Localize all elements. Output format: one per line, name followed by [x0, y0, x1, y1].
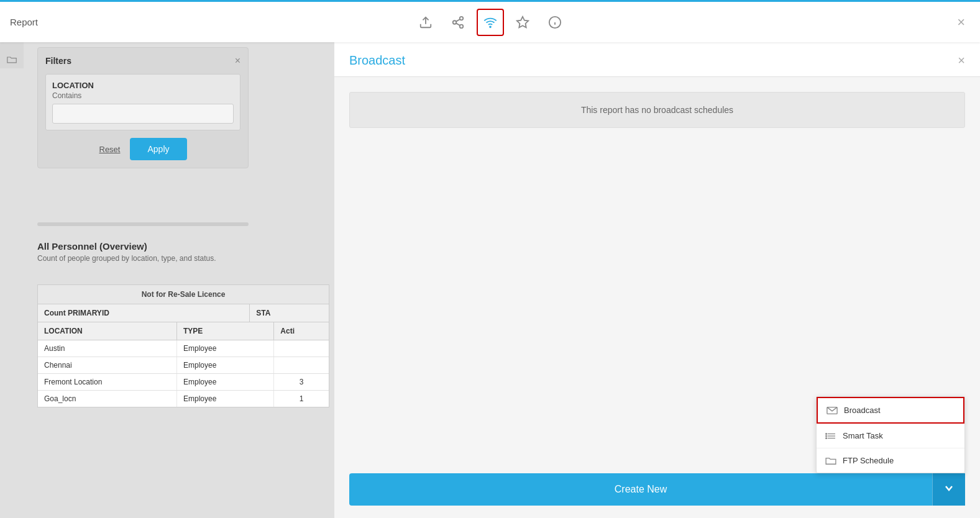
- toolbar-icons: [412, 9, 569, 36]
- broadcast-panel: Broadcast × This report has no broadcast…: [334, 42, 980, 518]
- broadcast-empty-message: This report has no broadcast schedules: [349, 92, 965, 128]
- td-sta: [274, 340, 329, 357]
- folder-icon-btn[interactable]: [2, 51, 21, 68]
- folder-schedule-icon: [825, 457, 836, 465]
- svg-marker-7: [516, 16, 528, 27]
- dropdown-ftp-label: FTP Schedule: [843, 456, 894, 465]
- create-new-dropdown: Broadcast Smart Task: [816, 396, 965, 473]
- td-type: Employee: [177, 391, 274, 407]
- td-sta: 3: [274, 374, 329, 390]
- svg-line-5: [456, 19, 459, 21]
- report-title: Report: [10, 17, 38, 27]
- location-filter-input[interactable]: [52, 104, 234, 124]
- reset-button[interactable]: Reset: [99, 145, 121, 154]
- left-panel: Filters × LOCATION Contains Reset Apply …: [0, 42, 334, 518]
- filter-panel: Filters × LOCATION Contains Reset Apply: [37, 47, 249, 168]
- broadcast-button[interactable]: [477, 9, 504, 36]
- td-type: Employee: [177, 357, 274, 373]
- dropdown-item-broadcast[interactable]: Broadcast: [817, 397, 964, 424]
- col-header-primaryid: Count PRIMARYID: [38, 304, 250, 322]
- td-type: Employee: [177, 374, 274, 390]
- list-icon: [825, 432, 836, 440]
- svg-point-1: [459, 16, 463, 20]
- table-row: Austin Employee: [38, 340, 329, 357]
- filter-title: Filters: [45, 56, 71, 66]
- location-filter-section: LOCATION Contains: [45, 74, 240, 130]
- create-new-chevron-icon[interactable]: [932, 473, 965, 506]
- td-location: Chennai: [38, 357, 177, 373]
- td-location: Austin: [38, 340, 177, 357]
- top-bar: Report: [0, 0, 980, 42]
- col-header-acti: Acti: [274, 322, 329, 340]
- report-description: Count of people grouped by location, typ…: [37, 254, 249, 263]
- sidebar-strip: [0, 42, 24, 68]
- create-new-bar[interactable]: Create New: [349, 473, 965, 506]
- td-sta: [274, 357, 329, 373]
- apply-button[interactable]: Apply: [130, 138, 186, 160]
- top-close-button[interactable]: ×: [952, 9, 970, 35]
- report-name: All Personnel (Overview): [37, 241, 249, 252]
- info-button[interactable]: [541, 9, 569, 36]
- svg-point-16: [826, 435, 827, 437]
- svg-point-15: [826, 433, 827, 434]
- broadcast-bottom-area: Broadcast Smart Task: [334, 461, 980, 518]
- table-main-col-headers: Count PRIMARYID STA: [38, 304, 329, 322]
- filter-condition-label: Contains: [52, 91, 234, 100]
- main-layout: Filters × LOCATION Contains Reset Apply …: [0, 42, 980, 518]
- col-header-sta: STA: [250, 304, 329, 322]
- filter-close-button[interactable]: ×: [235, 55, 240, 66]
- table-row: Fremont Location Employee 3: [38, 374, 329, 391]
- table-sub-col-headers: LOCATION TYPE Acti: [38, 322, 329, 340]
- report-table: Not for Re-Sale Licence Count PRIMARYID …: [37, 284, 329, 407]
- broadcast-panel-title: Broadcast: [349, 53, 405, 68]
- td-type: Employee: [177, 340, 274, 357]
- svg-line-4: [456, 23, 459, 25]
- envelope-icon: [827, 406, 838, 415]
- col-header-type: TYPE: [177, 322, 274, 340]
- upload-button[interactable]: [412, 9, 439, 36]
- filter-actions: Reset Apply: [45, 138, 240, 160]
- table-row: Chennai Employee: [38, 357, 329, 374]
- filter-header: Filters ×: [45, 55, 240, 66]
- td-location: Goa_locn: [38, 391, 177, 407]
- svg-point-3: [459, 24, 463, 27]
- star-button[interactable]: [509, 9, 536, 36]
- dropdown-item-ftp[interactable]: FTP Schedule: [817, 448, 964, 473]
- svg-point-17: [826, 437, 827, 438]
- col-header-location: LOCATION: [38, 322, 177, 340]
- dropdown-smart-task-label: Smart Task: [843, 431, 883, 440]
- progress-bar: [37, 222, 249, 226]
- report-info: All Personnel (Overview) Count of people…: [37, 241, 249, 263]
- td-location: Fremont Location: [38, 374, 177, 390]
- table-row: Goa_locn Employee 1: [38, 391, 329, 407]
- dropdown-item-smart-task[interactable]: Smart Task: [817, 424, 964, 448]
- create-new-label[interactable]: Create New: [349, 474, 932, 505]
- td-sta: 1: [274, 391, 329, 407]
- share-button[interactable]: [444, 9, 472, 36]
- dropdown-broadcast-label: Broadcast: [844, 406, 881, 415]
- svg-point-2: [452, 20, 456, 24]
- table-licence-header: Not for Re-Sale Licence: [38, 285, 329, 304]
- location-field-label: LOCATION: [52, 81, 234, 90]
- svg-point-6: [490, 26, 491, 27]
- broadcast-panel-close-button[interactable]: ×: [958, 53, 965, 68]
- broadcast-panel-header: Broadcast ×: [334, 42, 980, 77]
